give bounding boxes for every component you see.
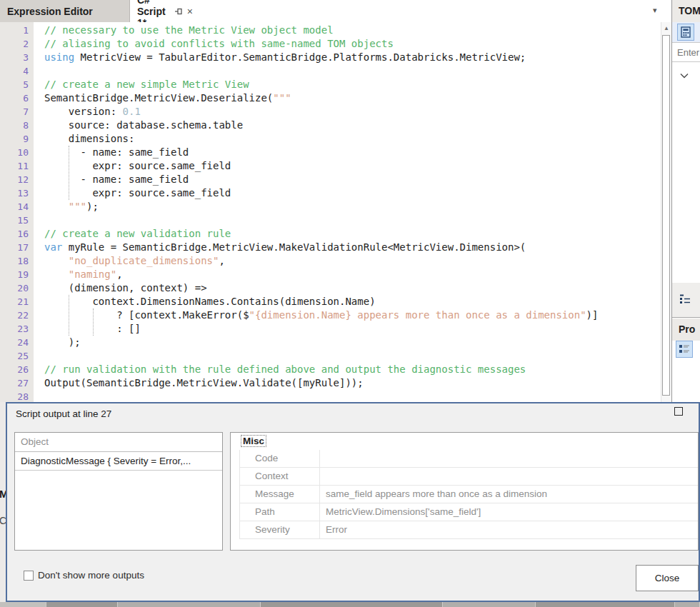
tab-list-dropdown-icon[interactable]: ▾: [653, 6, 657, 15]
app-window: Expression Editor C# Script 1* × ▾ 1// n…: [0, 0, 700, 607]
property-label: Code: [240, 450, 320, 467]
property-value[interactable]: Error: [320, 521, 698, 538]
tab-label: Expression Editor: [7, 6, 93, 17]
indent-guide: [69, 146, 69, 200]
editor-vertical-scrollbar[interactable]: ▲: [661, 22, 671, 402]
dont-show-checkbox[interactable]: Don't show more outputs: [24, 570, 144, 581]
code-line[interactable]: 20 (dimension, context) =>: [0, 281, 661, 295]
line-number: 4: [0, 64, 29, 78]
code-line[interactable]: 14 """);: [0, 200, 661, 214]
code-line[interactable]: 12 - name: same_field: [0, 173, 661, 186]
line-number: 6: [0, 91, 29, 105]
code-line[interactable]: 2// aliasing to avoid conflicts with sam…: [0, 37, 661, 51]
code-line[interactable]: 13 expr: source.same_field: [0, 186, 661, 200]
object-list: Object DiagnosticMessage { Severity = Er…: [14, 432, 223, 551]
tom-lower-toolbar: [672, 283, 700, 317]
line-number: 12: [0, 173, 29, 186]
line-number: 8: [0, 119, 29, 132]
code-line[interactable]: 18 "no_duplicate_dimensions",: [0, 254, 661, 268]
property-row[interactable]: Messagesame_field appears more than once…: [240, 486, 698, 503]
line-number: 18: [0, 254, 29, 268]
code-line[interactable]: 5// create a new simple Metric View: [0, 78, 661, 91]
right-panel: TOM: [672, 0, 700, 402]
object-list-items: DiagnosticMessage { Severity = Error,...: [15, 452, 222, 471]
pin-icon[interactable]: [174, 7, 183, 16]
code-line[interactable]: 21 context.DimensionNames.Contains(dimen…: [0, 295, 661, 308]
line-number: 16: [0, 227, 29, 241]
code-line[interactable]: 26// run validation with the rule define…: [0, 363, 661, 376]
properties-header: Pro: [672, 318, 700, 341]
code-line[interactable]: 22 ? [context.MakeError($"{dimension.Nam…: [0, 308, 661, 322]
object-list-item[interactable]: DiagnosticMessage { Severity = Error,...: [15, 452, 222, 471]
search-input[interactable]: [672, 42, 700, 62]
property-value[interactable]: MetricView.Dimensions['same_field']: [320, 503, 698, 521]
code-line[interactable]: 17var myRule = SemanticBridge.MetricView…: [0, 241, 661, 254]
property-value[interactable]: [320, 450, 698, 467]
code-line[interactable]: 4: [0, 64, 661, 78]
code-line[interactable]: 19 "naming",: [0, 268, 661, 281]
maximize-icon[interactable]: [674, 407, 683, 416]
chevron-down-icon[interactable]: [680, 69, 689, 81]
property-value[interactable]: [320, 468, 698, 485]
line-number: 22: [0, 308, 29, 322]
scrollbar-thumb[interactable]: [662, 35, 670, 396]
indent-guide: [93, 308, 94, 336]
occluded-letter: M: [0, 488, 6, 500]
line-number: 28: [0, 390, 29, 402]
code-line[interactable]: 28: [0, 390, 661, 402]
object-list-header[interactable]: Object: [15, 433, 222, 452]
code-line[interactable]: 10 - name: same_field: [0, 146, 661, 159]
calculator-icon: [681, 26, 691, 38]
occluded-grid-header-bar: [0, 602, 700, 607]
tree-list-icon: [679, 294, 691, 304]
line-number: 3: [0, 51, 29, 64]
code-editor[interactable]: 1// necessary to use the Metric View obj…: [0, 22, 661, 402]
dialog-title: Script output at line 27: [16, 408, 111, 419]
line-number: 24: [0, 336, 29, 349]
property-grid-view-button[interactable]: [676, 341, 693, 358]
code-line[interactable]: 3using MetricView = TabularEditor.Semant…: [0, 51, 661, 64]
code-line[interactable]: 24 );: [0, 336, 661, 349]
code-line[interactable]: 1// necessary to use the Metric View obj…: [0, 24, 661, 37]
property-row[interactable]: Code: [240, 450, 698, 468]
line-number: 15: [0, 214, 29, 227]
occluded-left-panel: M C: [0, 402, 6, 607]
code-line[interactable]: 7 version: 0.1: [0, 105, 661, 119]
checkbox-label: Don't show more outputs: [38, 570, 144, 581]
property-row[interactable]: Context: [240, 468, 698, 486]
close-button[interactable]: Close: [636, 565, 699, 591]
code-line[interactable]: 16// create a new validation rule: [0, 227, 661, 241]
code-line[interactable]: 11 expr: source.same_field: [0, 159, 661, 173]
model-view-button[interactable]: [677, 24, 694, 41]
code-line[interactable]: 9 dimensions:: [0, 132, 661, 146]
tab-expression-editor[interactable]: Expression Editor: [0, 0, 130, 22]
line-number: 7: [0, 105, 29, 119]
tom-toolbar: [672, 22, 700, 42]
tom-explorer-header: TOM: [672, 0, 700, 22]
line-number: 21: [0, 295, 29, 308]
property-row[interactable]: SeverityError: [240, 521, 698, 539]
line-number: 5: [0, 78, 29, 91]
close-tab-icon[interactable]: ×: [187, 6, 193, 16]
tab-csharp-script[interactable]: C# Script 1* ×: [130, 0, 196, 22]
code-line[interactable]: 27Output(SemanticBridge.MetricView.Valid…: [0, 376, 661, 390]
line-number: 2: [0, 37, 29, 51]
line-number: 19: [0, 268, 29, 281]
tree-list-view-button[interactable]: [675, 289, 695, 308]
property-value[interactable]: same_field appears more than once as a d…: [320, 486, 698, 503]
code-line[interactable]: 23 : []: [0, 322, 661, 336]
code-line[interactable]: 15: [0, 214, 661, 227]
code-line[interactable]: 6SemanticBridge.MetricView.Deserialize("…: [0, 91, 661, 105]
line-number: 10: [0, 146, 29, 159]
code-line[interactable]: 25: [0, 349, 661, 363]
property-grid-icon: [679, 343, 690, 355]
property-category-misc[interactable]: Misc: [231, 433, 698, 450]
property-label: Message: [240, 486, 320, 503]
property-row[interactable]: PathMetricView.Dimensions['same_field']: [240, 503, 698, 521]
code-line[interactable]: 8 source: database.schema.table: [0, 119, 661, 132]
line-number: 26: [0, 363, 29, 376]
line-number: 9: [0, 132, 29, 146]
line-number: 11: [0, 159, 29, 173]
script-output-dialog: Script output at line 27 Object Diagnost…: [6, 402, 700, 602]
scrollbar-up-arrow-icon[interactable]: ▲: [661, 24, 671, 34]
